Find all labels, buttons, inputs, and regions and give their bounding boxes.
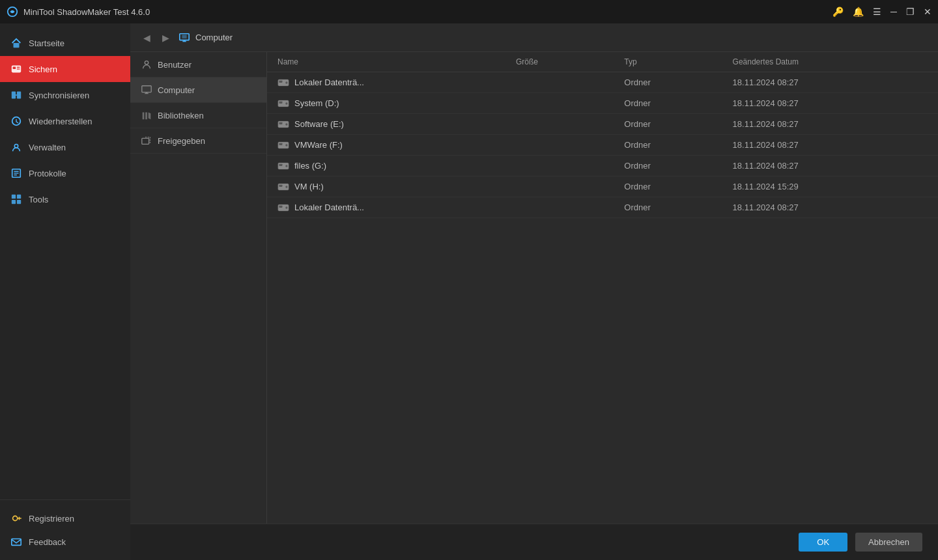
close-button[interactable]: ✕	[924, 7, 931, 17]
table-row[interactable]: Lokaler Datenträ... Ordner 18.11.2024 08…	[267, 197, 938, 218]
tree-label-computer: Computer	[158, 85, 195, 95]
file-name: files (G:)	[294, 161, 326, 171]
sidebar-item-sichern[interactable]: Sichern	[0, 56, 130, 82]
file-name: Software (E:)	[294, 119, 344, 129]
file-name: Lokaler Datenträ...	[294, 77, 364, 87]
svg-rect-19	[12, 539, 21, 546]
svg-rect-6	[12, 92, 16, 99]
main-layout: Startseite Sichern Synchronisieren	[0, 23, 938, 560]
drive-icon	[277, 204, 289, 212]
svg-rect-30	[279, 80, 282, 82]
file-type: Ordner	[624, 140, 732, 150]
back-button[interactable]: ◀	[141, 31, 153, 44]
file-type: Ordner	[624, 182, 732, 191]
file-type: Ordner	[624, 119, 732, 129]
sidebar-item-tools[interactable]: Tools	[0, 186, 130, 212]
mail-icon	[10, 536, 22, 548]
manage-icon	[10, 141, 22, 153]
tree-label-freigegeben: Freigegeben	[158, 136, 205, 146]
header-date: Geändertes Datum	[733, 57, 928, 66]
sidebar-label-synchronisieren: Synchronisieren	[29, 91, 89, 100]
table-row[interactable]: System (D:) Ordner 18.11.2024 08:27	[267, 93, 938, 114]
svg-rect-16	[12, 200, 16, 204]
svg-point-24	[145, 61, 148, 64]
table-row[interactable]: Software (E:) Ordner 18.11.2024 08:27	[267, 114, 938, 135]
svg-rect-42	[279, 163, 282, 165]
sidebar-label-wiederherstellen: Wiederherstellen	[29, 117, 92, 126]
home-icon	[10, 37, 22, 49]
svg-rect-36	[279, 122, 282, 124]
svg-point-9	[14, 145, 18, 148]
svg-rect-45	[279, 184, 282, 186]
header-type: Typ	[624, 57, 732, 66]
tree-item-computer[interactable]: Computer	[130, 77, 266, 103]
table-row[interactable]: VM (H:) Ordner 18.11.2024 15:29	[267, 176, 938, 197]
header-name: Name	[277, 57, 516, 66]
table-row[interactable]: Lokaler Datenträ... Ordner 18.11.2024 08…	[267, 72, 938, 93]
file-type: Ordner	[624, 98, 732, 108]
menu-icon[interactable]: ☰	[873, 7, 881, 17]
sidebar-label-sichern: Sichern	[29, 64, 57, 74]
table-row[interactable]: files (G:) Ordner 18.11.2024 08:27	[267, 156, 938, 176]
svg-rect-14	[12, 195, 16, 199]
cancel-button[interactable]: Abbrechen	[855, 533, 922, 552]
file-name: VM (H:)	[294, 182, 324, 191]
tree-item-bibliotheken[interactable]: Bibliotheken	[130, 103, 266, 128]
backup-icon	[10, 63, 22, 75]
content-area: ◀ ▶ Computer	[130, 23, 938, 560]
file-table-header: Name Größe Typ Geändertes Datum	[267, 52, 938, 72]
drive-icon	[277, 183, 289, 191]
breadcrumb-label: Computer	[195, 33, 233, 42]
breadcrumb-bar: ◀ ▶ Computer	[130, 23, 938, 52]
table-row[interactable]: VMWare (F:) Ordner 18.11.2024 08:27	[267, 135, 938, 156]
ok-button[interactable]: OK	[799, 533, 847, 552]
file-date: 18.11.2024 08:27	[733, 98, 928, 108]
sidebar-label-tools: Tools	[29, 195, 48, 204]
tree-item-freigegeben[interactable]: Freigegeben	[130, 128, 266, 154]
forward-button[interactable]: ▶	[160, 31, 172, 44]
file-date: 18.11.2024 08:27	[733, 119, 928, 129]
sidebar-item-wiederherstellen[interactable]: Wiederherstellen	[0, 108, 130, 134]
sidebar-label-feedback: Feedback	[29, 537, 66, 547]
title-bar-controls: 🔑 🔔 ☰ ─ ❐ ✕	[832, 7, 931, 17]
file-name: VMWare (F:)	[294, 140, 343, 150]
file-date: 18.11.2024 08:27	[733, 140, 928, 150]
title-bar: MiniTool ShadowMaker Test 4.6.0 🔑 🔔 ☰ ─ …	[0, 0, 938, 23]
tree-label-benutzer: Benutzer	[158, 60, 192, 70]
svg-point-31	[285, 81, 287, 83]
file-type: Ordner	[624, 203, 732, 212]
file-date: 18.11.2024 08:27	[733, 161, 928, 171]
sidebar-item-protokolle[interactable]: Protokolle	[0, 160, 130, 186]
computer-tree-icon	[141, 84, 152, 96]
sidebar-item-synchronisieren[interactable]: Synchronisieren	[0, 82, 130, 108]
svg-point-43	[285, 165, 287, 167]
sidebar-item-verwalten[interactable]: Verwalten	[0, 134, 130, 160]
computer-breadcrumb-icon	[178, 32, 190, 44]
file-name: Lokaler Datenträ...	[294, 203, 364, 212]
svg-rect-25	[142, 86, 151, 92]
tree-item-benutzer[interactable]: Benutzer	[130, 52, 266, 77]
svg-rect-28	[142, 138, 149, 144]
title-bar-left: MiniTool ShadowMaker Test 4.6.0	[7, 6, 150, 18]
sidebar-label-startseite: Startseite	[29, 38, 64, 48]
svg-rect-33	[279, 101, 282, 103]
restore-button[interactable]: ❐	[906, 7, 915, 17]
key-icon[interactable]: 🔑	[832, 7, 844, 17]
shared-tree-icon	[141, 135, 152, 147]
drive-icon	[277, 79, 289, 87]
minimize-button[interactable]: ─	[890, 7, 897, 17]
bell-icon[interactable]: 🔔	[853, 7, 864, 17]
file-name: System (D:)	[294, 98, 339, 108]
sidebar-item-startseite[interactable]: Startseite	[0, 30, 130, 56]
breadcrumb-current: Computer	[178, 32, 233, 44]
file-type: Ordner	[624, 161, 732, 171]
key-side-icon	[10, 512, 22, 524]
sidebar-bottom: Registrieren Feedback	[0, 499, 130, 560]
sidebar-item-registrieren[interactable]: Registrieren	[0, 507, 130, 530]
sidebar-item-feedback[interactable]: Feedback	[0, 530, 130, 553]
file-date: 18.11.2024 15:29	[733, 182, 928, 191]
library-tree-icon	[141, 109, 152, 121]
svg-rect-3	[13, 66, 16, 69]
tree-panel: Benutzer Computer Bi	[130, 52, 267, 524]
drive-icon	[277, 162, 289, 170]
